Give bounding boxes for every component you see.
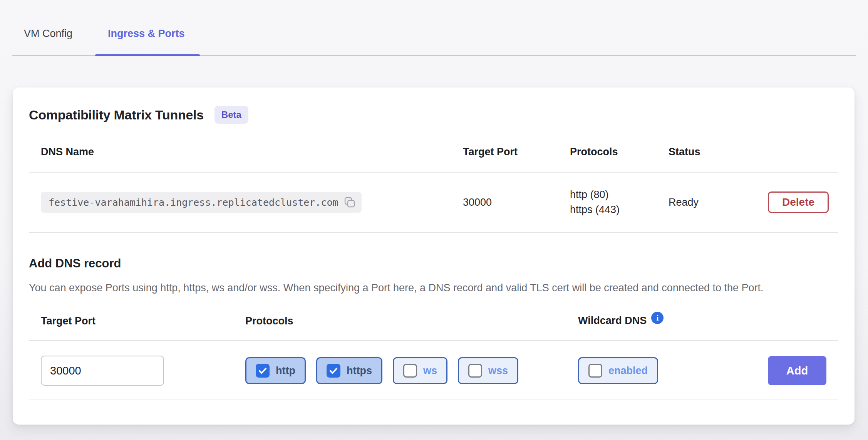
column-header-target-port: Target Port: [463, 146, 570, 158]
protocol-chip-wss[interactable]: wss: [458, 357, 518, 384]
form-label-wildcard-dns: Wildcard DNS: [578, 315, 647, 327]
protocol-chip-ws-label: ws: [423, 365, 437, 377]
protocol-chip-wss-label: wss: [488, 365, 508, 377]
row-status: Ready: [669, 196, 768, 208]
protocol-chip-https[interactable]: https: [316, 357, 382, 384]
column-header-protocols: Protocols: [570, 146, 669, 158]
info-icon[interactable]: i: [651, 312, 664, 324]
column-header-dns-name: DNS Name: [41, 146, 463, 158]
table-header-row: DNS Name Target Port Protocols Status: [29, 146, 838, 173]
protocol-chips: http https ws: [245, 357, 578, 384]
protocol-chip-http-label: http: [276, 365, 295, 377]
tab-bar: VM Config Ingress & Ports: [0, 0, 868, 56]
add-button[interactable]: Add: [768, 356, 826, 385]
tab-ingress-ports[interactable]: Ingress & Ports: [108, 28, 185, 40]
checkbox-ws[interactable]: [403, 364, 417, 378]
beta-badge: Beta: [214, 106, 248, 124]
wildcard-enabled-label: enabled: [608, 365, 648, 377]
card-bottom-divider: [29, 400, 838, 400]
row-target-port: 30000: [463, 196, 570, 208]
tab-vm-config[interactable]: VM Config: [24, 28, 72, 40]
checkbox-https[interactable]: [327, 364, 340, 378]
protocol-chip-ws[interactable]: ws: [393, 357, 447, 384]
column-header-status: Status: [669, 146, 768, 158]
form-label-row: Target Port Protocols Wildcard DNS i: [29, 315, 838, 341]
add-dns-description: You can expose Ports using http, https, …: [29, 280, 826, 296]
row-protocol-https: https (443): [570, 202, 669, 217]
table-row: festive-varahamihira.ingress.replicatedc…: [29, 173, 838, 233]
row-protocols: http (80) https (443): [570, 187, 669, 217]
active-tab-underline: [95, 54, 200, 56]
dns-name-pill: festive-varahamihira.ingress.replicatedc…: [41, 192, 362, 213]
form-label-protocols: Protocols: [245, 315, 578, 327]
checkbox-wildcard-enabled[interactable]: [588, 364, 602, 378]
checkbox-wss[interactable]: [468, 364, 482, 378]
protocol-chip-http[interactable]: http: [245, 357, 306, 384]
copy-icon[interactable]: [344, 196, 355, 208]
add-dns-heading: Add DNS record: [29, 257, 838, 270]
form-controls-row: http https ws: [29, 356, 838, 386]
delete-button[interactable]: Delete: [768, 191, 829, 213]
card-title-row: Compatibility Matrix Tunnels Beta: [29, 106, 838, 124]
form-label-target-port: Target Port: [41, 315, 245, 327]
dns-name-text: festive-varahamihira.ingress.replicatedc…: [49, 197, 338, 208]
protocol-chip-https-label: https: [347, 365, 372, 377]
card-title: Compatibility Matrix Tunnels: [29, 107, 204, 123]
checkbox-http[interactable]: [256, 364, 270, 378]
row-protocol-http: http (80): [570, 187, 669, 202]
target-port-input[interactable]: [41, 356, 164, 386]
wildcard-enabled-chip[interactable]: enabled: [578, 357, 658, 384]
tunnels-card: Compatibility Matrix Tunnels Beta DNS Na…: [13, 87, 855, 425]
